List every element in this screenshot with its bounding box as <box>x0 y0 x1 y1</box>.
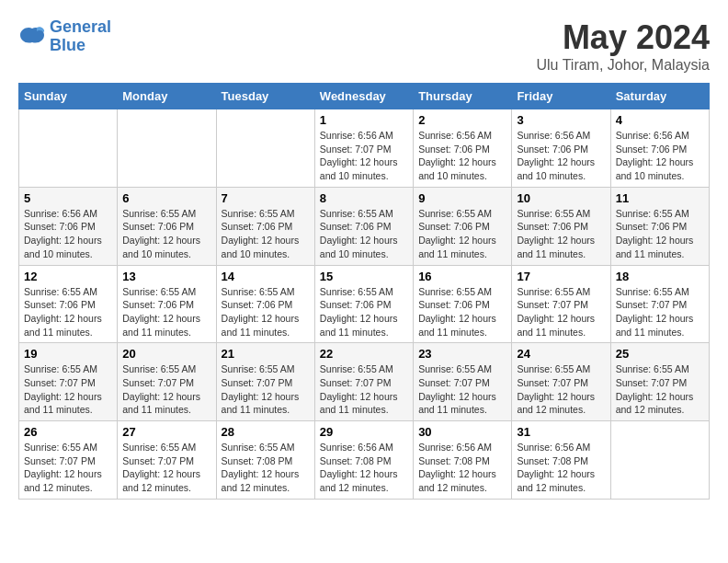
day-info: Sunrise: 6:55 AM Sunset: 7:06 PM Dayligh… <box>320 207 408 261</box>
day-info: Sunrise: 6:56 AM Sunset: 7:08 PM Dayligh… <box>320 441 408 495</box>
day-info: Sunrise: 6:55 AM Sunset: 7:06 PM Dayligh… <box>418 207 506 261</box>
calendar-cell: 6Sunrise: 6:55 AM Sunset: 7:06 PM Daylig… <box>118 187 216 265</box>
day-header-thursday: Thursday <box>414 84 512 109</box>
day-number: 17 <box>517 270 605 283</box>
day-info: Sunrise: 6:55 AM Sunset: 7:06 PM Dayligh… <box>517 207 605 261</box>
calendar-cell: 24Sunrise: 6:55 AM Sunset: 7:07 PM Dayli… <box>512 343 610 421</box>
calendar-cell: 19Sunrise: 6:55 AM Sunset: 7:07 PM Dayli… <box>19 343 118 421</box>
day-info: Sunrise: 6:56 AM Sunset: 7:08 PM Dayligh… <box>517 441 605 495</box>
calendar-cell: 22Sunrise: 6:55 AM Sunset: 7:07 PM Dayli… <box>314 343 413 421</box>
day-number: 18 <box>616 270 704 283</box>
calendar-cell: 21Sunrise: 6:55 AM Sunset: 7:07 PM Dayli… <box>216 343 314 421</box>
day-number: 12 <box>24 270 112 283</box>
calendar-cell: 7Sunrise: 6:55 AM Sunset: 7:06 PM Daylig… <box>216 187 314 265</box>
day-info: Sunrise: 6:55 AM Sunset: 7:07 PM Dayligh… <box>24 362 112 417</box>
day-number: 15 <box>320 270 408 283</box>
calendar-cell: 10Sunrise: 6:55 AM Sunset: 7:06 PM Dayli… <box>512 187 610 265</box>
calendar-cell: 8Sunrise: 6:55 AM Sunset: 7:06 PM Daylig… <box>314 187 413 265</box>
day-number: 23 <box>418 347 506 361</box>
calendar-header-row: SundayMondayTuesdayWednesdayThursdayFrid… <box>19 84 710 109</box>
day-info: Sunrise: 6:56 AM Sunset: 7:06 PM Dayligh… <box>24 207 112 261</box>
calendar-week-row: 12Sunrise: 6:55 AM Sunset: 7:06 PM Dayli… <box>19 265 710 343</box>
calendar-cell <box>216 109 314 188</box>
day-info: Sunrise: 6:55 AM Sunset: 7:08 PM Dayligh… <box>222 441 310 495</box>
calendar-cell: 18Sunrise: 6:55 AM Sunset: 7:07 PM Dayli… <box>610 265 709 343</box>
day-number: 25 <box>616 347 704 361</box>
calendar-cell: 13Sunrise: 6:55 AM Sunset: 7:06 PM Dayli… <box>118 265 216 343</box>
day-info: Sunrise: 6:55 AM Sunset: 7:06 PM Dayligh… <box>122 285 210 339</box>
day-number: 28 <box>222 425 310 439</box>
day-number: 22 <box>320 347 408 361</box>
day-header-tuesday: Tuesday <box>216 84 314 109</box>
day-info: Sunrise: 6:55 AM Sunset: 7:07 PM Dayligh… <box>24 441 112 495</box>
calendar-cell: 29Sunrise: 6:56 AM Sunset: 7:08 PM Dayli… <box>314 421 413 500</box>
day-number: 30 <box>418 425 506 439</box>
day-header-saturday: Saturday <box>610 84 709 109</box>
day-number: 19 <box>24 347 112 361</box>
calendar-cell: 14Sunrise: 6:55 AM Sunset: 7:06 PM Dayli… <box>216 265 314 343</box>
day-info: Sunrise: 6:56 AM Sunset: 7:06 PM Dayligh… <box>616 129 704 183</box>
calendar-cell: 3Sunrise: 6:56 AM Sunset: 7:06 PM Daylig… <box>512 109 610 188</box>
day-number: 14 <box>222 270 310 283</box>
day-number: 31 <box>517 425 605 439</box>
day-info: Sunrise: 6:55 AM Sunset: 7:07 PM Dayligh… <box>517 362 605 417</box>
calendar-cell: 15Sunrise: 6:55 AM Sunset: 7:06 PM Dayli… <box>314 265 413 343</box>
day-info: Sunrise: 6:55 AM Sunset: 7:07 PM Dayligh… <box>122 441 210 495</box>
day-number: 10 <box>517 191 605 205</box>
day-info: Sunrise: 6:56 AM Sunset: 7:06 PM Dayligh… <box>517 129 605 183</box>
day-number: 3 <box>517 113 605 127</box>
day-info: Sunrise: 6:55 AM Sunset: 7:06 PM Dayligh… <box>320 285 408 339</box>
calendar-cell: 25Sunrise: 6:55 AM Sunset: 7:07 PM Dayli… <box>610 343 709 421</box>
calendar-cell <box>610 421 709 500</box>
location-subtitle: Ulu Tiram, Johor, Malaysia <box>536 57 710 74</box>
day-number: 11 <box>616 191 704 205</box>
day-info: Sunrise: 6:55 AM Sunset: 7:06 PM Dayligh… <box>418 285 506 339</box>
page-header: General Blue May 2024 Ulu Tiram, Johor, … <box>18 18 710 74</box>
day-number: 20 <box>122 347 210 361</box>
logo-text: General Blue <box>50 18 111 55</box>
calendar-cell: 11Sunrise: 6:55 AM Sunset: 7:06 PM Dayli… <box>610 187 709 265</box>
day-number: 5 <box>24 191 112 205</box>
calendar-cell: 27Sunrise: 6:55 AM Sunset: 7:07 PM Dayli… <box>118 421 216 500</box>
calendar-cell: 9Sunrise: 6:55 AM Sunset: 7:06 PM Daylig… <box>414 187 512 265</box>
day-info: Sunrise: 6:55 AM Sunset: 7:07 PM Dayligh… <box>122 362 210 417</box>
day-number: 2 <box>418 113 506 127</box>
day-number: 6 <box>122 191 210 205</box>
calendar-cell: 31Sunrise: 6:56 AM Sunset: 7:08 PM Dayli… <box>512 421 610 500</box>
calendar-cell: 4Sunrise: 6:56 AM Sunset: 7:06 PM Daylig… <box>610 109 709 188</box>
calendar-cell: 28Sunrise: 6:55 AM Sunset: 7:08 PM Dayli… <box>216 421 314 500</box>
day-number: 29 <box>320 425 408 439</box>
calendar-cell <box>118 109 216 188</box>
day-info: Sunrise: 6:55 AM Sunset: 7:06 PM Dayligh… <box>222 207 310 261</box>
calendar-cell: 30Sunrise: 6:56 AM Sunset: 7:08 PM Dayli… <box>414 421 512 500</box>
calendar-cell: 12Sunrise: 6:55 AM Sunset: 7:06 PM Dayli… <box>19 265 118 343</box>
day-info: Sunrise: 6:55 AM Sunset: 7:07 PM Dayligh… <box>222 362 310 417</box>
day-info: Sunrise: 6:56 AM Sunset: 7:06 PM Dayligh… <box>418 129 506 183</box>
title-area: May 2024 Ulu Tiram, Johor, Malaysia <box>536 18 710 74</box>
logo: General Blue <box>18 18 111 55</box>
day-info: Sunrise: 6:55 AM Sunset: 7:06 PM Dayligh… <box>122 207 210 261</box>
day-info: Sunrise: 6:55 AM Sunset: 7:06 PM Dayligh… <box>24 285 112 339</box>
logo-icon <box>18 24 46 50</box>
day-number: 27 <box>122 425 210 439</box>
calendar-week-row: 1Sunrise: 6:56 AM Sunset: 7:07 PM Daylig… <box>19 109 710 188</box>
calendar-cell: 5Sunrise: 6:56 AM Sunset: 7:06 PM Daylig… <box>19 187 118 265</box>
day-number: 1 <box>320 113 408 127</box>
day-info: Sunrise: 6:55 AM Sunset: 7:06 PM Dayligh… <box>616 207 704 261</box>
day-number: 26 <box>24 425 112 439</box>
calendar-cell: 20Sunrise: 6:55 AM Sunset: 7:07 PM Dayli… <box>118 343 216 421</box>
day-header-friday: Friday <box>512 84 610 109</box>
calendar-table: SundayMondayTuesdayWednesdayThursdayFrid… <box>18 83 710 500</box>
day-info: Sunrise: 6:56 AM Sunset: 7:07 PM Dayligh… <box>320 129 408 183</box>
day-info: Sunrise: 6:56 AM Sunset: 7:08 PM Dayligh… <box>418 441 506 495</box>
day-info: Sunrise: 6:55 AM Sunset: 7:06 PM Dayligh… <box>222 285 310 339</box>
day-header-monday: Monday <box>118 84 216 109</box>
calendar-week-row: 26Sunrise: 6:55 AM Sunset: 7:07 PM Dayli… <box>19 421 710 500</box>
day-number: 16 <box>418 270 506 283</box>
day-info: Sunrise: 6:55 AM Sunset: 7:07 PM Dayligh… <box>616 362 704 417</box>
calendar-cell <box>19 109 118 188</box>
day-header-sunday: Sunday <box>19 84 118 109</box>
calendar-cell: 2Sunrise: 6:56 AM Sunset: 7:06 PM Daylig… <box>414 109 512 188</box>
day-info: Sunrise: 6:55 AM Sunset: 7:07 PM Dayligh… <box>517 285 605 339</box>
day-info: Sunrise: 6:55 AM Sunset: 7:07 PM Dayligh… <box>616 285 704 339</box>
